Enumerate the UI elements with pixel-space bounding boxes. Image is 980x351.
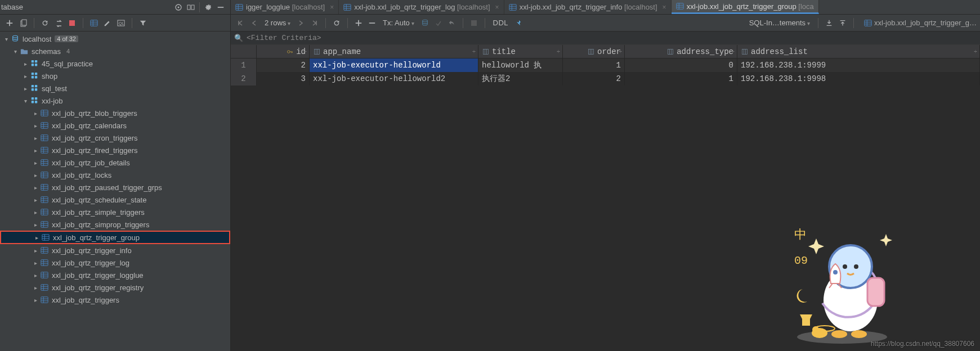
last-page-icon[interactable]	[309, 17, 320, 29]
expand-arrow-icon[interactable]	[32, 209, 39, 215]
close-icon[interactable]: ×	[330, 3, 334, 11]
breadcrumb-label[interactable]: xxl-job.xxl_job_qrtz_trigger_g…	[874, 19, 977, 27]
expand-arrow-icon[interactable]	[21, 98, 29, 104]
expand-arrow-icon[interactable]	[32, 297, 39, 303]
cancel-query-icon[interactable]	[468, 17, 480, 29]
cell-order[interactable]: 2	[563, 72, 625, 86]
expand-arrow-icon[interactable]	[32, 248, 39, 254]
first-page-icon[interactable]	[235, 17, 246, 29]
col-header-app-name[interactable]: app_name÷	[310, 45, 478, 58]
tx-mode-label[interactable]: Tx: Auto	[379, 19, 417, 27]
console-icon[interactable]: QL	[115, 17, 127, 29]
cell-id[interactable]: 2	[257, 58, 310, 72]
row-number[interactable]: 1	[231, 58, 257, 72]
filter-icon[interactable]	[137, 17, 149, 29]
expand-arrow-icon[interactable]	[2, 36, 10, 42]
cell-app-name[interactable]: xxl-job-executor-helloworld	[310, 58, 478, 72]
tree-table[interactable]: xxl_job_qrtz_trigger_info	[0, 244, 230, 256]
expand-arrow-icon[interactable]	[32, 160, 39, 166]
cell-address-list[interactable]: 192.168.238.1:9998	[737, 72, 980, 86]
prev-page-icon[interactable]	[248, 17, 259, 29]
col-header-title[interactable]: title÷	[478, 45, 563, 58]
sync-icon[interactable]	[53, 17, 64, 29]
expand-arrow-icon[interactable]	[32, 285, 39, 291]
filter-bar[interactable]: 🔍 <Filter Criteria>	[231, 32, 980, 45]
row-number[interactable]: 2	[231, 72, 257, 86]
copy-icon[interactable]	[17, 17, 29, 29]
export-icon[interactable]	[824, 17, 835, 29]
cell-title[interactable]: helloworld 执	[478, 58, 563, 72]
tree-table[interactable]: xxl_job_qrtz_triggers	[0, 294, 230, 306]
tree-connection[interactable]: localhost4 of 32	[0, 33, 230, 45]
expand-arrow-icon[interactable]	[32, 135, 39, 141]
col-header-id[interactable]: id÷	[257, 45, 310, 58]
tree-table[interactable]: xxl_job_qrtz_paused_trigger_grps	[0, 181, 230, 194]
editor-tab[interactable]: xxl-job.xxl_job_qrtz_trigger_info [local…	[504, 0, 672, 14]
tree-table[interactable]: xxl_job_qrtz_trigger_log	[0, 256, 230, 269]
expand-arrow-icon[interactable]	[32, 123, 39, 129]
expand-arrow-icon[interactable]	[32, 197, 39, 203]
cell-id[interactable]: 3	[257, 72, 310, 86]
expand-arrow-icon[interactable]	[32, 147, 39, 154]
tree-table[interactable]: xxl_job_qrtz_scheduler_state	[0, 194, 230, 206]
ddl-button[interactable]: DDL	[490, 19, 512, 27]
expand-arrow-icon[interactable]	[32, 172, 39, 178]
cell-address-type[interactable]: 0	[625, 58, 737, 72]
remove-row-icon[interactable]	[366, 17, 378, 29]
tree-table[interactable]: xxl_job_qrtz_job_details	[0, 156, 230, 169]
expand-arrow-icon[interactable]	[11, 48, 19, 55]
reload-icon[interactable]	[331, 17, 342, 29]
tree-table[interactable]: xxl_job_qrtz_trigger_registry	[0, 281, 230, 294]
commit-db-icon[interactable]	[419, 17, 431, 29]
import-icon[interactable]	[837, 17, 848, 29]
col-header-order[interactable]: order÷	[563, 45, 625, 58]
cell-address-type[interactable]: 1	[625, 72, 737, 86]
new-icon[interactable]	[4, 17, 15, 29]
cell-title[interactable]: 执行器2	[478, 72, 563, 86]
editor-tab[interactable]: igger_logglue [localhost]×	[231, 0, 339, 14]
table-view-icon[interactable]	[88, 17, 100, 29]
split-icon[interactable]	[185, 2, 196, 13]
tree-schemas-folder[interactable]: schemas4	[0, 45, 230, 57]
cell-address-list[interactable]: 192.168.238.1:9999	[737, 58, 980, 72]
next-page-icon[interactable]	[296, 17, 307, 29]
tree-table[interactable]: xxl_job_qrtz_locks	[0, 169, 230, 181]
edit-icon[interactable]	[102, 17, 113, 29]
cell-app-name[interactable]: xxl-job-executor-helloworld2	[310, 72, 478, 86]
refresh-icon[interactable]	[39, 17, 51, 29]
table-row[interactable]: 12xxl-job-executor-helloworldhelloworld …	[231, 58, 980, 72]
expand-arrow-icon[interactable]	[21, 61, 29, 67]
editor-tab[interactable]: xxl-job.xxl_job_qrtz_trigger_group [loca	[672, 0, 819, 14]
close-icon[interactable]: ×	[663, 3, 666, 11]
expand-arrow-icon[interactable]	[32, 184, 39, 191]
tree-table[interactable]: xxl_job_qrtz_trigger_group	[0, 231, 230, 244]
tree-schema[interactable]: sql_test	[0, 82, 230, 94]
cell-order[interactable]: 1	[563, 58, 625, 72]
editor-tab[interactable]: xxl-job.xxl_job_qrtz_trigger_log [localh…	[339, 0, 504, 14]
tree-schema[interactable]: shop	[0, 70, 230, 82]
expand-arrow-icon[interactable]	[32, 260, 39, 266]
tree-table[interactable]: xxl_job_qrtz_fired_triggers	[0, 144, 230, 156]
expand-arrow-icon[interactable]	[21, 86, 29, 92]
tree-table[interactable]: xxl_job_qrtz_cron_triggers	[0, 132, 230, 144]
tree-schema[interactable]: 45_sql_practice	[0, 57, 230, 70]
minimize-icon[interactable]	[215, 2, 226, 13]
col-header-address-list[interactable]: address_list÷	[737, 45, 980, 58]
target-icon[interactable]	[173, 2, 184, 13]
expand-arrow-icon[interactable]	[32, 222, 39, 228]
sql-insert-label[interactable]: SQL-In…tements	[746, 19, 813, 27]
stop-icon[interactable]	[66, 17, 78, 29]
tree-table[interactable]: xxl_job_qrtz_simple_triggers	[0, 206, 230, 218]
close-icon[interactable]: ×	[495, 3, 499, 11]
pin-icon[interactable]	[513, 17, 525, 29]
revert-icon[interactable]	[446, 17, 458, 29]
tree-table[interactable]: xxl_job_qrtz_calendars	[0, 119, 230, 132]
expand-arrow-icon[interactable]	[32, 110, 39, 116]
expand-arrow-icon[interactable]	[21, 73, 29, 79]
table-row[interactable]: 23xxl-job-executor-helloworld2执行器221192.…	[231, 72, 980, 86]
tree-table[interactable]: xxl_job_qrtz_simprop_triggers	[0, 218, 230, 231]
tree-table[interactable]: xxl_job_qrtz_blob_triggers	[0, 107, 230, 119]
gear-icon[interactable]	[203, 2, 214, 13]
tree-schema[interactable]: xxl-job	[0, 94, 230, 107]
add-row-icon[interactable]	[353, 17, 364, 29]
